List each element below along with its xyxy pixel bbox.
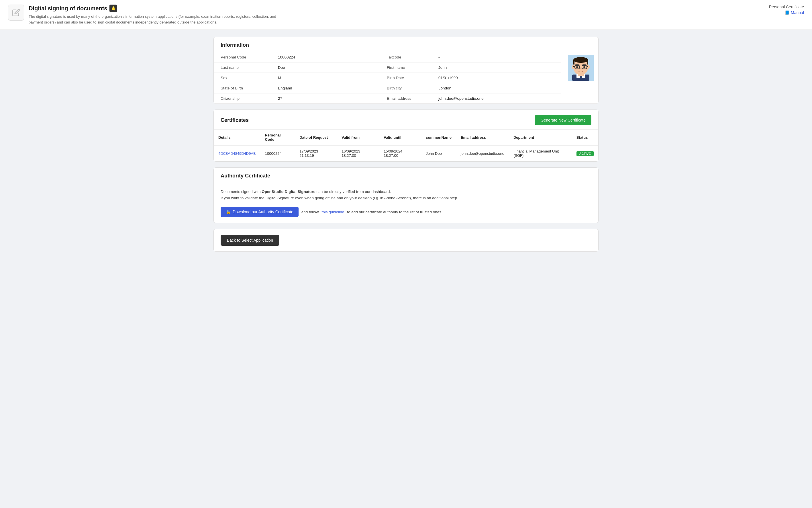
value-taxcode: -: [432, 52, 561, 62]
manual-link[interactable]: 📘 Manual: [769, 10, 804, 15]
svg-point-17: [583, 66, 585, 68]
authority-description: Documents signed with OpenStudio Digital…: [221, 188, 591, 201]
svg-point-10: [587, 65, 590, 69]
page-title: Digital signing of documents ⭐: [29, 5, 286, 12]
header-title-block: Digital signing of documents ⭐ The digit…: [29, 5, 286, 25]
col-valid-from: Valid from: [337, 130, 379, 145]
cert-valid-until: 15/09/2024 18:27:00: [379, 145, 421, 161]
guideline-link[interactable]: this guideline: [321, 210, 344, 214]
cert-valid-from: 16/09/2023 18:27:00: [337, 145, 379, 161]
cert-details-link[interactable]: 4DC8AD4849D4D9AB: [218, 152, 256, 156]
table-row: Last name Doe First name John: [214, 62, 598, 73]
cert-department: Financial Management Unit (SGF): [509, 145, 572, 161]
main-content: Information Personal Code 10000224 Taxco…: [206, 30, 606, 259]
value-birth-date: 01/01/1990: [432, 73, 561, 83]
information-table: Personal Code 10000224 Taxcode -: [214, 52, 598, 103]
cert-email: john.doe@openstudio.one: [456, 145, 509, 161]
authority-desc-prefix: Documents signed with: [221, 189, 262, 194]
cert-status-cell: ACTIVE: [572, 145, 598, 161]
label-state-of-birth: State of Birth: [214, 83, 271, 93]
value-state-of-birth: England: [271, 83, 380, 93]
label-birth-date: Birth Date: [380, 73, 432, 83]
authority-desc-bold: OpenStudio Digital Signature: [262, 189, 315, 194]
col-status: Status: [572, 130, 598, 145]
authority-action-row: 🔒 Download our Authority Certificate and…: [221, 207, 591, 217]
certificates-card-header: Certificates Generate New Certificate: [214, 110, 598, 129]
value-last-name: Doe: [271, 62, 380, 73]
authority-desc-line2: If you want to validate the Digital Sign…: [221, 196, 458, 200]
value-personal-code: 10000224: [271, 52, 380, 62]
svg-rect-8: [587, 60, 588, 65]
col-details: Details: [214, 130, 261, 145]
col-date-of-request: Date of Request: [295, 130, 337, 145]
col-email: Email address: [456, 130, 509, 145]
table-row: Sex M Birth Date 01/01/1990: [214, 73, 598, 83]
label-last-name: Last name: [214, 62, 271, 73]
label-personal-code: Personal Code: [214, 52, 271, 62]
authority-desc-suffix: can be directly verified from our dashbo…: [315, 189, 391, 194]
table-row: State of Birth England Birth city London: [214, 83, 598, 93]
information-table-wrapper: Personal Code 10000224 Taxcode -: [214, 52, 598, 103]
page-header: Digital signing of documents ⭐ The digit…: [0, 0, 812, 30]
back-button-card: Back to Select Application: [214, 229, 598, 252]
header-left: Digital signing of documents ⭐ The digit…: [8, 5, 286, 25]
label-sex: Sex: [214, 73, 271, 83]
page-title-text: Digital signing of documents: [29, 5, 107, 12]
cert-label: Personal Certificate: [769, 5, 804, 9]
page-description: The digital signature is used by many of…: [29, 14, 286, 25]
information-card: Information Personal Code 10000224 Taxco…: [214, 37, 598, 104]
download-button-label: Download our Authority Certificate: [233, 210, 294, 214]
action-text: and follow: [302, 210, 319, 214]
authority-certificate-card: Authority Certificate Documents signed w…: [214, 167, 598, 223]
pencil-icon: [12, 9, 20, 16]
certificates-title: Certificates: [221, 117, 249, 123]
avatar-cell: [561, 52, 598, 103]
value-citizenship: 27: [271, 93, 380, 104]
authority-title: Authority Certificate: [221, 173, 270, 179]
label-birth-city: Birth city: [380, 83, 432, 93]
value-first-name: John: [432, 62, 561, 73]
lock-icon: 🔒: [226, 210, 231, 214]
certificates-table-header-row: Details Personal Code Date of Request Va…: [214, 130, 598, 145]
certificates-card: Certificates Generate New Certificate De…: [214, 110, 598, 162]
value-sex: M: [271, 73, 380, 83]
user-avatar: [568, 55, 594, 81]
status-badge: ACTIVE: [577, 151, 594, 156]
action-suffix: to add our certificate authority to the …: [347, 210, 442, 214]
col-common-name: commonName: [421, 130, 456, 145]
value-birth-city: London: [432, 83, 561, 93]
star-badge: ⭐: [109, 5, 117, 12]
header-right: Personal Certificate 📘 Manual: [769, 5, 804, 15]
cert-details-link-cell[interactable]: 4DC8AD4849D4D9AB: [214, 145, 261, 161]
cert-common-name: John Doe: [421, 145, 456, 161]
authority-body: Documents signed with OpenStudio Digital…: [214, 183, 598, 223]
col-valid-until: Valid until: [379, 130, 421, 145]
label-first-name: First name: [380, 62, 432, 73]
back-to-select-application-button[interactable]: Back to Select Application: [221, 235, 279, 246]
generate-certificate-button[interactable]: Generate New Certificate: [535, 115, 591, 125]
svg-point-9: [572, 65, 575, 69]
information-card-header: Information: [214, 37, 598, 52]
svg-point-16: [576, 66, 578, 68]
col-department: Department: [509, 130, 572, 145]
download-authority-certificate-button[interactable]: 🔒 Download our Authority Certificate: [221, 207, 299, 217]
svg-point-6: [573, 57, 588, 63]
authority-card-header: Authority Certificate: [214, 168, 598, 183]
cert-date-of-request: 17/09/2023 21:13:19: [295, 145, 337, 161]
label-email: Email address: [380, 93, 432, 104]
certificates-table: Details Personal Code Date of Request Va…: [214, 129, 598, 161]
value-email: john.doe@openstudio.one: [432, 93, 561, 104]
table-row: Citizenship 27 Email address john.doe@op…: [214, 93, 598, 104]
cert-personal-code: 10000224: [261, 145, 295, 161]
manual-link-text: Manual: [791, 10, 804, 15]
table-row: Personal Code 10000224 Taxcode -: [214, 52, 598, 62]
information-title: Information: [221, 42, 249, 48]
book-icon: 📘: [785, 10, 790, 15]
label-citizenship: Citizenship: [214, 93, 271, 104]
svg-rect-7: [573, 60, 575, 65]
label-taxcode: Taxcode: [380, 52, 432, 62]
col-personal-code: Personal Code: [261, 130, 295, 145]
app-icon-box: [8, 5, 24, 20]
certificate-row: 4DC8AD4849D4D9AB 10000224 17/09/2023 21:…: [214, 145, 598, 161]
